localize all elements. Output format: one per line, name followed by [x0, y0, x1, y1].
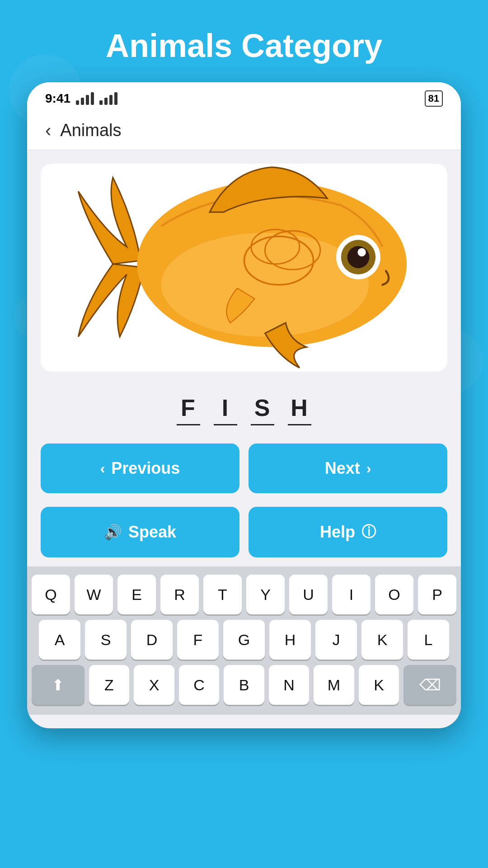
key-n[interactable]: N — [269, 665, 310, 705]
letter-cell-i: I — [214, 394, 237, 425]
key-k2[interactable]: K — [359, 665, 399, 705]
animal-image-card — [41, 164, 447, 372]
speaker-icon: 🔊 — [104, 524, 122, 541]
next-button[interactable]: Next › — [249, 443, 447, 493]
nav-buttons-row: ‹ Previous Next › — [27, 430, 461, 493]
battery-icon: 81 — [425, 90, 443, 107]
svg-point-14 — [357, 248, 366, 256]
key-backspace[interactable]: ⌫ — [404, 665, 456, 705]
previous-button[interactable]: ‹ Previous — [41, 443, 239, 493]
status-left: 9:41 — [45, 91, 117, 106]
help-button[interactable]: Help ⓘ — [249, 507, 447, 557]
key-u[interactable]: U — [289, 575, 328, 614]
key-o[interactable]: O — [375, 575, 413, 614]
key-p[interactable]: P — [418, 575, 456, 614]
fish-illustration — [71, 164, 417, 372]
key-z[interactable]: Z — [89, 665, 130, 705]
svg-point-13 — [347, 246, 369, 269]
key-shift[interactable]: ⬆ — [32, 665, 84, 705]
nav-title: Animals — [60, 121, 121, 140]
key-i[interactable]: I — [332, 575, 371, 614]
key-s[interactable]: S — [85, 620, 127, 660]
key-b[interactable]: B — [224, 665, 264, 705]
signal-bar-8 — [114, 92, 117, 105]
action-buttons-row: 🔊 Speak Help ⓘ — [27, 493, 461, 557]
signal-bar-1 — [76, 100, 79, 105]
signal-bars — [76, 92, 94, 105]
keyboard: Q W E R T Y U I O P A S D F G H J K L ⬆ … — [27, 566, 461, 715]
key-h[interactable]: H — [269, 620, 311, 660]
signal-bar-6 — [104, 98, 108, 105]
key-l[interactable]: L — [408, 620, 449, 660]
back-button[interactable]: ‹ — [45, 120, 51, 141]
key-d[interactable]: D — [131, 620, 173, 660]
key-a[interactable]: A — [39, 620, 80, 660]
speak-button[interactable]: 🔊 Speak — [41, 507, 239, 557]
key-j[interactable]: J — [315, 620, 357, 660]
word-display: F I S H — [27, 381, 461, 430]
key-e[interactable]: E — [117, 575, 156, 614]
letter-cell-s: S — [251, 394, 274, 425]
status-bar: 9:41 81 — [27, 82, 461, 111]
letter-cell-h: H — [288, 394, 311, 425]
signal-bar-4 — [91, 92, 94, 105]
help-icon: ⓘ — [361, 522, 376, 542]
key-r[interactable]: R — [160, 575, 199, 614]
key-q[interactable]: Q — [32, 575, 70, 614]
signal-bar-7 — [109, 95, 113, 105]
next-icon: › — [366, 460, 371, 477]
key-c[interactable]: C — [179, 665, 220, 705]
key-m[interactable]: M — [314, 665, 354, 705]
signal-bar-5 — [99, 100, 103, 105]
keyboard-row-3: ⬆ Z X C B N M K ⌫ — [32, 665, 456, 705]
signal-bar-2 — [81, 98, 84, 105]
nav-bar: ‹ Animals — [27, 111, 461, 150]
letter-cell-f: F — [177, 394, 200, 425]
previous-icon: ‹ — [100, 460, 105, 477]
key-w[interactable]: W — [75, 575, 113, 614]
key-y[interactable]: Y — [246, 575, 285, 614]
keyboard-row-2: A S D F G H J K L — [32, 620, 456, 660]
key-k[interactable]: K — [361, 620, 403, 660]
signal-bars-2 — [99, 92, 117, 105]
signal-bar-3 — [86, 95, 89, 105]
key-g[interactable]: G — [223, 620, 265, 660]
time-display: 9:41 — [45, 91, 70, 106]
keyboard-row-1: Q W E R T Y U I O P — [32, 575, 456, 614]
phone-frame: 9:41 81 ‹ Animals — [27, 82, 461, 728]
key-f[interactable]: F — [177, 620, 219, 660]
key-t[interactable]: T — [203, 575, 242, 614]
page-title: Animals Category — [0, 0, 488, 82]
key-x[interactable]: X — [134, 665, 174, 705]
